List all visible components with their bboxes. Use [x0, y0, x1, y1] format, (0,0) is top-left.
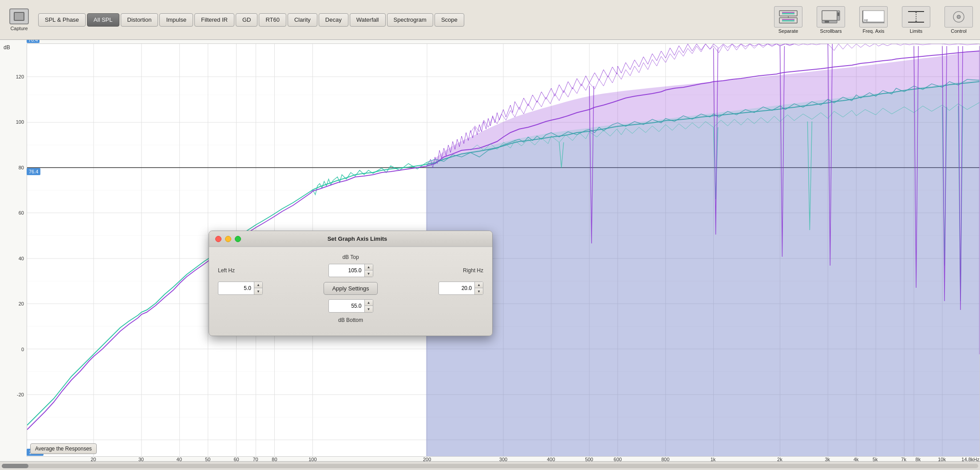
svg-rect-7 — [822, 11, 837, 20]
db-bottom-section-label: dB Bottom — [218, 317, 483, 323]
y-tick-40: 40 — [19, 256, 24, 261]
left-hz-input-wrapper: ▲ ▼ — [218, 282, 263, 295]
db-bottom-label: dB Bottom — [338, 317, 363, 323]
left-hz-down-button[interactable]: ▼ — [254, 288, 262, 294]
right-hz-up-button[interactable]: ▲ — [475, 282, 483, 288]
limits-icon — [902, 6, 930, 27]
svg-rect-11 — [825, 21, 829, 23]
db-top-section-label: dB Top — [218, 254, 483, 260]
right-hz-down-button[interactable]: ▼ — [475, 288, 483, 294]
y-tick-100: 100 — [16, 119, 24, 125]
control-icon — [944, 6, 973, 27]
limits-button[interactable]: Limits — [898, 6, 934, 34]
control-button[interactable]: Control — [941, 6, 976, 34]
capture-label: Capture — [10, 26, 28, 31]
camera-icon — [9, 8, 29, 24]
main-toolbar: Capture SPL & Phase All SPL Distortion I… — [0, 0, 980, 40]
left-hz-label: Left Hz — [218, 267, 245, 274]
minimize-button[interactable] — [225, 236, 231, 242]
apply-settings-button[interactable]: Apply Settings — [324, 282, 377, 295]
main-content: dB 120 100 80 60 40 20 0 -20 76.4 — [0, 40, 980, 470]
maximize-button[interactable] — [235, 236, 241, 242]
middle-row: ▲ ▼ Apply Settings ▲ ▼ — [218, 282, 483, 295]
tab-filtered-ir[interactable]: Filtered IR — [194, 13, 234, 27]
tab-scope[interactable]: Scope — [435, 13, 464, 27]
svg-rect-10 — [822, 20, 837, 23]
y-tick-80: 80 — [19, 165, 24, 170]
separate-label: Separate — [778, 28, 798, 34]
limits-label: Limits — [910, 28, 923, 34]
dialog-title: Set Graph Axis Limits — [245, 235, 470, 242]
h-line-value-badge: 76.4 — [27, 168, 40, 175]
h-line-value: 76.4 — [27, 40, 40, 43]
db-bottom-stepper: ▲ ▼ — [364, 300, 373, 312]
tab-gd[interactable]: GD — [236, 13, 258, 27]
right-hz-input-wrapper: ▲ ▼ — [439, 282, 483, 295]
dialog-body: dB Top Left Hz ▲ ▼ Right Hz — [209, 247, 492, 336]
y-tick-20: 20 — [19, 301, 24, 306]
db-bottom-input[interactable] — [329, 301, 364, 311]
close-button[interactable] — [215, 236, 221, 242]
chart-svg — [27, 44, 980, 456]
db-bottom-down-button[interactable]: ▼ — [365, 306, 373, 312]
tab-group: SPL & Phase All SPL Distortion Impulse F… — [38, 13, 767, 27]
tab-distortion[interactable]: Distortion — [121, 13, 158, 27]
db-top-stepper: ▲ ▼ — [364, 264, 373, 277]
left-hz-input[interactable] — [218, 283, 254, 293]
svg-rect-9 — [838, 12, 839, 16]
right-hz-label: Right Hz — [457, 267, 483, 274]
scrollbar-track[interactable] — [2, 464, 978, 468]
db-top-down-button[interactable]: ▼ — [365, 270, 373, 277]
right-hz-input[interactable] — [439, 283, 474, 293]
tab-rt60[interactable]: RT60 — [259, 13, 286, 27]
svg-point-22 — [957, 15, 960, 19]
average-responses-button[interactable]: Average the Responses — [30, 443, 97, 454]
db-bottom-up-button[interactable]: ▲ — [365, 300, 373, 306]
y-axis: 120 100 80 60 40 20 0 -20 — [0, 43, 27, 457]
left-hz-up-button[interactable]: ▲ — [254, 282, 262, 288]
left-hz-stepper: ▲ ▼ — [254, 282, 262, 294]
scrollbar-thumb[interactable] — [2, 464, 28, 468]
scrollbars-icon — [817, 6, 845, 27]
freq-axis-button[interactable]: Hz Freq. Axis — [856, 6, 891, 34]
chart-canvas — [27, 43, 980, 457]
h-line-badge: 76.4 — [27, 168, 40, 175]
y-tick-minus20: -20 — [17, 392, 24, 397]
tab-spl-phase[interactable]: SPL & Phase — [38, 13, 86, 27]
control-label: Control — [951, 28, 966, 34]
db-top-input-wrapper: ▲ ▼ — [328, 264, 373, 277]
db-bottom-row: ▲ ▼ — [218, 299, 483, 313]
bottom-scrollbar[interactable] — [0, 461, 980, 470]
svg-text:Hz: Hz — [864, 19, 868, 22]
set-graph-axis-dialog: Set Graph Axis Limits dB Top Left Hz ▲ ▼ — [209, 231, 493, 336]
tab-spectrogram[interactable]: Spectrogram — [387, 13, 433, 27]
separate-button[interactable]: Separate — [771, 6, 806, 34]
y-tick-120: 120 — [16, 74, 24, 79]
right-hz-stepper: ▲ ▼ — [474, 282, 483, 294]
db-top-input[interactable] — [329, 266, 364, 275]
db-top-up-button[interactable]: ▲ — [365, 264, 373, 270]
freq-axis-label: Freq. Axis — [863, 28, 885, 34]
db-bottom-input-wrapper: ▲ ▼ — [328, 299, 373, 313]
top-row: Left Hz ▲ ▼ Right Hz — [218, 264, 483, 277]
scrollbars-button[interactable]: Scrollbars — [813, 6, 849, 34]
separate-icon — [774, 6, 802, 27]
freq-axis-icon: Hz — [859, 6, 888, 27]
tab-decay[interactable]: Decay — [319, 13, 348, 27]
toolbar-right: Separate Scrollbars — [771, 6, 976, 34]
scrollbars-label: Scrollbars — [820, 28, 842, 34]
y-tick-60: 60 — [19, 210, 24, 215]
dialog-titlebar: Set Graph Axis Limits — [209, 231, 492, 247]
capture-button[interactable]: Capture — [4, 8, 35, 31]
tab-impulse[interactable]: Impulse — [159, 13, 193, 27]
db-top-label: dB Top — [342, 254, 359, 260]
tab-all-spl[interactable]: All SPL — [87, 13, 119, 27]
tab-clarity[interactable]: Clarity — [288, 13, 317, 27]
y-tick-0: 0 — [21, 347, 24, 352]
tab-waterfall[interactable]: Waterfall — [350, 13, 386, 27]
